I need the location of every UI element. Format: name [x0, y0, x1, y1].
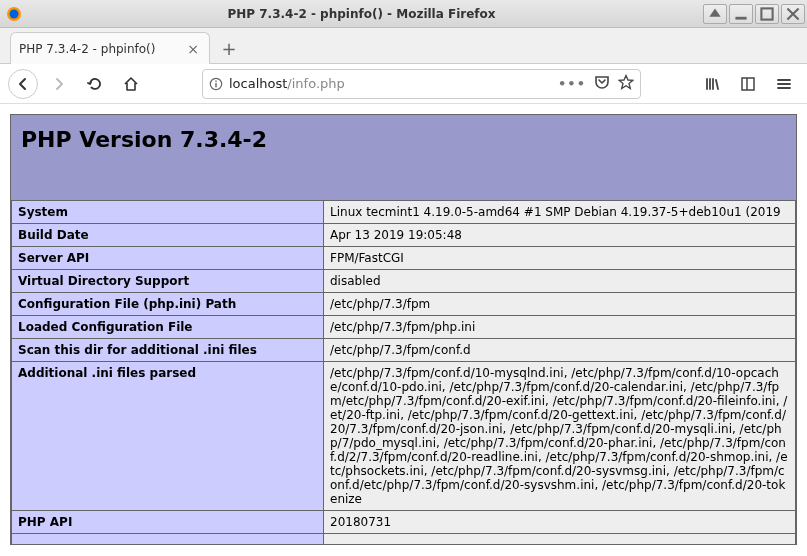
phpinfo-key: Configuration File (php.ini) Path — [12, 293, 324, 316]
library-button[interactable] — [697, 69, 727, 99]
tab-label: PHP 7.3.4-2 - phpinfo() — [19, 42, 185, 56]
window-controls — [701, 4, 805, 24]
phpinfo-value: /etc/php/7.3/fpm/php.ini — [324, 316, 796, 339]
url-path: /info.php — [287, 76, 344, 91]
phpinfo-key: Loaded Configuration File — [12, 316, 324, 339]
page-content: PHP Version 7.3.4-2 SystemLinux tecmint1… — [0, 104, 807, 556]
phpinfo-key: Server API — [12, 247, 324, 270]
table-row: Configuration File (php.ini) Path/etc/ph… — [12, 293, 796, 316]
phpinfo-key: Virtual Directory Support — [12, 270, 324, 293]
phpinfo-value: Linux tecmint1 4.19.0-5-amd64 #1 SMP Deb… — [324, 201, 796, 224]
window-titlebar: PHP 7.3.4-2 - phpinfo() - Mozilla Firefo… — [0, 0, 807, 28]
reload-button[interactable] — [80, 69, 110, 99]
url-text: localhost/info.php — [229, 76, 552, 91]
phpinfo-value: Apr 13 2019 19:05:48 — [324, 224, 796, 247]
browser-toolbar: localhost/info.php ••• — [0, 64, 807, 104]
phpinfo-header: PHP Version 7.3.4-2 — [11, 115, 796, 200]
table-row: Build DateApr 13 2019 19:05:48 — [12, 224, 796, 247]
phpinfo-value: /etc/php/7.3/fpm — [324, 293, 796, 316]
close-window-button[interactable] — [781, 4, 805, 24]
phpinfo-table: SystemLinux tecmint1 4.19.0-5-amd64 #1 S… — [11, 200, 796, 544]
pocket-icon[interactable] — [594, 74, 610, 93]
browser-tab[interactable]: PHP 7.3.4-2 - phpinfo() × — [10, 32, 210, 64]
table-row: PHP API20180731 — [12, 511, 796, 534]
phpinfo-value: 20180731 — [324, 511, 796, 534]
maximize-button[interactable] — [755, 4, 779, 24]
window-title: PHP 7.3.4-2 - phpinfo() - Mozilla Firefo… — [22, 7, 701, 21]
phpinfo-key: Additional .ini files parsed — [12, 362, 324, 511]
firefox-icon — [6, 6, 22, 22]
phpinfo-value: /etc/php/7.3/fpm/conf.d — [324, 339, 796, 362]
app-menu-button[interactable] — [769, 69, 799, 99]
svg-rect-5 — [215, 82, 216, 86]
back-button[interactable] — [8, 69, 38, 99]
new-tab-button[interactable]: + — [214, 33, 244, 63]
svg-rect-7 — [742, 78, 754, 90]
tab-strip: PHP 7.3.4-2 - phpinfo() × + — [0, 28, 807, 64]
svg-point-1 — [10, 9, 19, 18]
phpinfo-box: PHP Version 7.3.4-2 SystemLinux tecmint1… — [10, 114, 797, 545]
table-row: Loaded Configuration File/etc/php/7.3/fp… — [12, 316, 796, 339]
svg-rect-3 — [761, 8, 772, 19]
phpinfo-value: FPM/FastCGI — [324, 247, 796, 270]
table-row: Server APIFPM/FastCGI — [12, 247, 796, 270]
table-row: Virtual Directory Supportdisabled — [12, 270, 796, 293]
home-button[interactable] — [116, 69, 146, 99]
phpinfo-key: PHP API — [12, 511, 324, 534]
forward-button[interactable] — [44, 69, 74, 99]
site-identity-icon[interactable] — [209, 77, 223, 91]
url-host: localhost — [229, 76, 287, 91]
table-row — [12, 534, 796, 544]
table-row: Additional .ini files parsed/etc/php/7.3… — [12, 362, 796, 511]
svg-rect-2 — [735, 16, 746, 19]
raise-button[interactable] — [703, 4, 727, 24]
address-bar[interactable]: localhost/info.php ••• — [202, 69, 641, 99]
table-row: Scan this dir for additional .ini files/… — [12, 339, 796, 362]
phpinfo-value — [324, 534, 796, 544]
svg-rect-6 — [215, 80, 216, 81]
sidebar-button[interactable] — [733, 69, 763, 99]
table-row: SystemLinux tecmint1 4.19.0-5-amd64 #1 S… — [12, 201, 796, 224]
phpinfo-heading: PHP Version 7.3.4-2 — [21, 127, 786, 152]
phpinfo-key: Build Date — [12, 224, 324, 247]
phpinfo-value: disabled — [324, 270, 796, 293]
page-actions-icon[interactable]: ••• — [558, 76, 586, 91]
phpinfo-key: Scan this dir for additional .ini files — [12, 339, 324, 362]
bookmark-star-icon[interactable] — [618, 74, 634, 93]
phpinfo-value: /etc/php/7.3/fpm/conf.d/10-mysqlnd.ini, … — [324, 362, 796, 511]
phpinfo-key — [12, 534, 324, 544]
phpinfo-key: System — [12, 201, 324, 224]
minimize-button[interactable] — [729, 4, 753, 24]
close-tab-icon[interactable]: × — [185, 41, 201, 57]
